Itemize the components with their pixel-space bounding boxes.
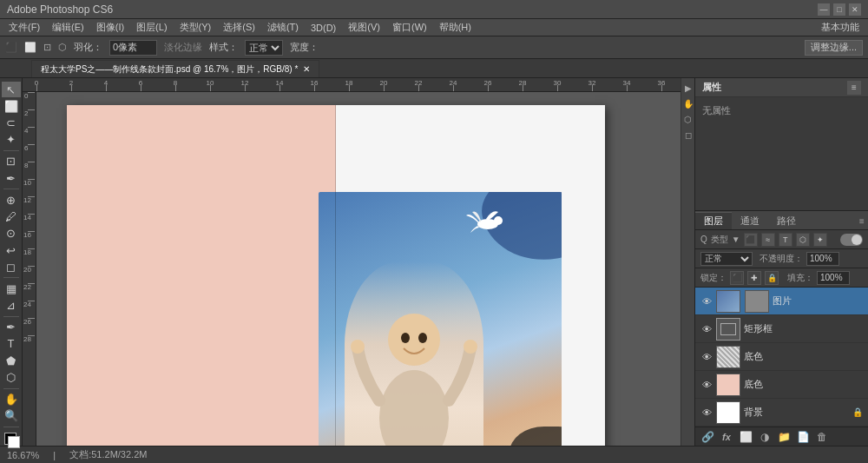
blend-mode-select[interactable]: 正常 [700, 252, 753, 266]
lock-position-button[interactable]: ✚ [747, 271, 761, 285]
main-area: ↖ ⬜ ⊂ ✦ ⊡ ✒ ⊕ 🖊 ⊙ ↩ ◻ ▦ ⊿ ✒ T ⬟ ⬡ ✋ 🔍 [0, 78, 868, 446]
layer-fx-button[interactable]: fx [720, 430, 733, 444]
foreground-background-colors[interactable] [2, 430, 21, 446]
dove-image [462, 205, 510, 240]
layer-row-basecolor1[interactable]: 👁 底色 [695, 343, 868, 371]
options-bar: ⬛ ⬜ ⊡ ⬡ 羽化： 淡化边缘 样式： 正常 宽度： 调整边缘... [0, 36, 868, 59]
menu-filter[interactable]: 滤镜(T) [262, 20, 304, 35]
layer-row-basecolor2[interactable]: 👁 底色 [695, 371, 868, 399]
adjust-edges-button[interactable]: 调整边缘... [805, 40, 863, 56]
menu-select[interactable]: 选择(S) [218, 20, 260, 35]
tab-close-icon[interactable]: ✕ [303, 64, 310, 74]
maximize-button[interactable]: □ [833, 3, 845, 16]
link-layers-button[interactable]: 🔗 [700, 430, 714, 444]
filter-kind-smart[interactable]: ✦ [813, 233, 827, 247]
doc-size: 文档:51.2M/32.2M [69, 448, 147, 461]
tool-magic-wand[interactable]: ✦ [2, 132, 21, 148]
canvas-area: 0 2 4 6 8 10 12 14 16 18 20 [23, 78, 681, 446]
layers-panel-menu[interactable]: ≡ [856, 212, 868, 229]
mini-btn-3[interactable]: ⬡ [682, 113, 694, 125]
tool-brush[interactable]: 🖊 [2, 208, 21, 224]
layer-name-basecolor1: 底色 [744, 350, 863, 363]
layer-row-rect[interactable]: 👁 矩形框 [695, 315, 868, 343]
tool-divider-1 [3, 150, 19, 151]
tab-channels[interactable]: 通道 [732, 212, 768, 229]
layer-name-image: 图片 [773, 294, 863, 308]
new-group-button[interactable]: 📁 [777, 430, 791, 444]
filter-kind-pixel[interactable]: ⬛ [744, 233, 758, 247]
status-bar: 16.67% | 文档:51.2M/32.2M [0, 446, 868, 463]
tool-path[interactable]: ⬟ [2, 353, 21, 368]
layer-thumb-basecolor1 [716, 346, 740, 368]
mini-btn-2[interactable]: ✋ [682, 97, 694, 109]
tool-divider-2 [3, 189, 19, 189]
filter-type-label: 类型 [711, 234, 728, 246]
menu-view[interactable]: 视图(V) [343, 20, 385, 35]
layer-eye-basecolor1[interactable]: 👁 [700, 351, 713, 363]
tool-crop[interactable]: ⊡ [2, 154, 21, 169]
mini-btn-4[interactable]: ◻ [682, 129, 694, 141]
close-button[interactable]: ✕ [849, 3, 861, 16]
lock-all-button[interactable]: 🔒 [765, 271, 779, 285]
layers-tabs: 图层 通道 路径 ≡ [695, 211, 868, 230]
layer-row-background[interactable]: 👁 背景 🔒 [695, 399, 868, 427]
tool-eyedropper[interactable]: ✒ [2, 170, 21, 186]
lock-pixels-button[interactable]: ⬛ [730, 271, 744, 285]
document-tab[interactable]: 程太大学PS之——制作线条款封面.psd @ 16.7%，图片，RGB/8) *… [31, 60, 319, 77]
menu-type[interactable]: 类型(Y) [174, 20, 217, 35]
tab-paths[interactable]: 路径 [768, 212, 805, 229]
tool-gradient[interactable]: ▦ [2, 281, 21, 296]
add-mask-button[interactable]: ⬜ [739, 430, 753, 444]
layer-eye-basecolor2[interactable]: 👁 [700, 379, 713, 391]
layer-row-image[interactable]: 👁 图片 [695, 288, 868, 315]
opacity-input[interactable] [806, 252, 839, 266]
layer-eye-image[interactable]: 👁 [700, 295, 713, 308]
fill-input[interactable] [817, 271, 850, 285]
feather-input[interactable] [109, 40, 157, 56]
properties-panel-menu[interactable]: ≡ [847, 81, 861, 95]
no-properties-label: 无属性 [702, 105, 731, 116]
tool-heal[interactable]: ⊕ [2, 192, 21, 208]
filter-kind-adjust[interactable]: ≈ [761, 233, 775, 247]
layer-thumb-background [716, 401, 740, 424]
mini-btn-1[interactable]: ▶ [682, 82, 694, 94]
tab-layers[interactable]: 图层 [695, 212, 732, 229]
delete-layer-button[interactable]: 🗑 [815, 430, 829, 444]
tool-history[interactable]: ↩ [2, 242, 21, 258]
adjustment-layer-button[interactable]: ◑ [758, 430, 772, 444]
tool-eraser[interactable]: ◻ [2, 259, 21, 274]
layer-eye-background[interactable]: 👁 [700, 407, 713, 419]
photo-composite [319, 192, 562, 446]
tool-hand[interactable]: ✋ [2, 391, 21, 407]
layer-mask-image [745, 290, 769, 313]
new-layer-button[interactable]: 📄 [796, 430, 810, 444]
menu-3d[interactable]: 3D(D) [306, 22, 341, 34]
tool-blur[interactable]: ⊿ [2, 297, 21, 313]
layer-thumb-image [716, 290, 740, 313]
tool-text[interactable]: T [2, 336, 21, 352]
tool-clone[interactable]: ⊙ [2, 226, 21, 241]
filter-kind-shape[interactable]: ⬡ [796, 233, 810, 247]
menu-file[interactable]: 文件(F) [3, 20, 45, 35]
layers-lock-row: 锁定： ⬛ ✚ 🔒 填充： [695, 268, 868, 288]
tool-lasso[interactable]: ⊂ [2, 116, 21, 131]
menu-help[interactable]: 帮助(H) [434, 20, 477, 35]
menu-layer[interactable]: 图层(L) [131, 20, 172, 35]
minimize-button[interactable]: — [818, 3, 830, 16]
filter-toggle[interactable] [840, 234, 863, 246]
tool-zoom[interactable]: 🔍 [2, 408, 21, 424]
menu-edit[interactable]: 编辑(E) [47, 20, 89, 35]
layer-eye-rect[interactable]: 👁 [700, 323, 713, 335]
filter-kind-type[interactable]: T [779, 233, 792, 247]
properties-panel-title: 属性 [702, 81, 721, 94]
canvas-inner[interactable] [36, 92, 681, 446]
tool-marquee[interactable]: ⬜ [2, 98, 21, 114]
menu-window[interactable]: 窗口(W) [387, 20, 432, 35]
tool-shape[interactable]: ⬡ [2, 369, 21, 385]
tool-move[interactable]: ↖ [2, 82, 21, 97]
tool-pen[interactable]: ✒ [2, 320, 21, 335]
menu-image[interactable]: 图像(I) [91, 20, 129, 35]
filter-icon: Q [700, 235, 707, 244]
child-figure [345, 261, 483, 446]
style-select[interactable]: 正常 [245, 40, 283, 56]
